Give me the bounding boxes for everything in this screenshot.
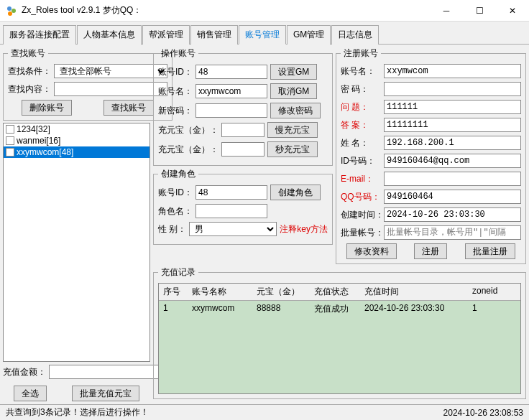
delete-account-button[interactable]: 删除账号 xyxy=(22,100,72,116)
fast-recharge-button[interactable]: 秒充元宝 xyxy=(267,141,318,157)
checkbox-icon[interactable] xyxy=(6,125,14,134)
search-cond-select[interactable]: 查找全部帐号 xyxy=(54,64,167,78)
reg-password-input[interactable] xyxy=(384,82,521,96)
recharge-amount-label: 充值金额： xyxy=(3,366,46,378)
batch-recharge-button[interactable]: 批量充值元宝 xyxy=(72,386,139,401)
op-id-input[interactable] xyxy=(196,65,267,79)
svg-point-2 xyxy=(8,11,12,16)
svg-point-0 xyxy=(7,6,12,11)
gold-fast-input[interactable] xyxy=(221,142,264,157)
close-button[interactable]: ✕ xyxy=(496,0,529,22)
search-cond-label: 查找条件： xyxy=(8,65,51,78)
cancel-gm-button[interactable]: 取消GM xyxy=(270,83,317,99)
reg-qq-input[interactable] xyxy=(384,190,521,204)
tab-guild[interactable]: 帮派管理 xyxy=(142,25,190,45)
reg-name-input[interactable] xyxy=(384,64,521,78)
svg-point-1 xyxy=(12,9,16,13)
tab-bar: 服务器连接配置 人物基本信息 帮派管理 销售管理 账号管理 GM管理 日志信息 xyxy=(0,22,529,45)
reg-email-input[interactable] xyxy=(384,172,521,186)
table-row[interactable]: 1xxymwcom88888充值成功2024-10-26 23:03:301 xyxy=(159,301,520,317)
titlebar: Zx_Roles tool v2.9.1 梦仿QQ： ─ ☐ ✕ xyxy=(0,0,529,22)
register-button[interactable]: 注册 xyxy=(414,243,447,259)
gold-slow-input[interactable] xyxy=(221,123,264,137)
account-list[interactable]: 1234[32] wanmei[16] xxymwcom[48] xyxy=(3,123,150,362)
search-content-label: 查找内容： xyxy=(8,83,51,95)
select-all-button[interactable]: 全选 xyxy=(14,386,47,401)
modify-password-button[interactable]: 修改密码 xyxy=(270,103,321,118)
maximize-button[interactable]: ☐ xyxy=(463,0,496,22)
status-bar: 共查询到3条记录！选择后进行操作！ 2024-10-26 23:08:53 xyxy=(0,404,529,420)
reg-answer-input[interactable] xyxy=(384,118,521,132)
sex-select[interactable]: 男 xyxy=(189,222,277,236)
modify-info-button[interactable]: 修改资料 xyxy=(346,243,397,259)
reg-idno-input[interactable] xyxy=(384,154,521,168)
operate-account-group: 操作账号 账号ID：设置GM 账号名：取消GM 新密码：修改密码 充元宝（金）：… xyxy=(153,47,333,166)
role-name-input[interactable] xyxy=(196,204,267,218)
recharge-table[interactable]: 序号账号名称元宝（金）充值状态充值时间zoneid 1xxymwcom88888… xyxy=(158,283,521,394)
list-item[interactable]: xxymwcom[48] xyxy=(4,146,150,158)
batch-register-button[interactable]: 批量注册 xyxy=(465,243,515,259)
checkbox-icon[interactable] xyxy=(6,148,14,157)
tab-log[interactable]: 日志信息 xyxy=(331,25,379,45)
status-text: 共查询到3条记录！选择后进行操作！ xyxy=(6,406,149,419)
list-item[interactable]: wanmei[16] xyxy=(4,135,150,146)
tab-server-config[interactable]: 服务器连接配置 xyxy=(3,25,76,45)
reg-time-input[interactable] xyxy=(384,207,521,222)
create-role-group: 创建角色 账号ID：创建角色 角色名： 性 别：男注释key方法 xyxy=(153,168,333,245)
reg-batch-input[interactable] xyxy=(384,225,521,240)
register-account-group: 注册账号 账号名： 密 码： 问 题： 答 案： 姓 名： ID号码： E-ma… xyxy=(336,47,526,264)
recharge-amount-input[interactable] xyxy=(49,365,162,379)
find-account-button[interactable]: 查找账号 xyxy=(104,100,154,116)
slow-recharge-button[interactable]: 慢充元宝 xyxy=(267,122,318,138)
key-note: 注释key方法 xyxy=(280,223,328,235)
search-content-input[interactable] xyxy=(54,82,167,96)
tab-account[interactable]: 账号管理 xyxy=(239,25,286,45)
table-header: 序号账号名称元宝（金）充值状态充值时间zoneid xyxy=(159,284,520,301)
window-title: Zx_Roles tool v2.9.1 梦仿QQ： xyxy=(22,4,430,17)
reg-question-input[interactable] xyxy=(384,100,521,114)
search-legend: 查找账号 xyxy=(8,47,48,60)
reg-realname-input[interactable] xyxy=(384,136,521,150)
minimize-button[interactable]: ─ xyxy=(430,0,463,22)
create-id-input[interactable] xyxy=(196,185,267,200)
recharge-log-group: 充值记录 序号账号名称元宝（金）充值状态充值时间zoneid 1xxymwcom… xyxy=(153,266,526,399)
search-group: 查找账号 查找条件： 查找全部帐号 查找内容： 删除账号 查找账号 xyxy=(3,47,172,121)
status-time: 2024-10-26 23:08:53 xyxy=(443,408,523,418)
tab-gm[interactable]: GM管理 xyxy=(287,25,331,45)
set-gm-button[interactable]: 设置GM xyxy=(270,64,317,80)
checkbox-icon[interactable] xyxy=(6,136,14,145)
app-icon xyxy=(6,5,17,17)
op-name-input[interactable] xyxy=(196,84,267,98)
tab-sales[interactable]: 销售管理 xyxy=(190,25,238,45)
tab-char-info[interactable]: 人物基本信息 xyxy=(77,25,142,45)
create-role-button[interactable]: 创建角色 xyxy=(270,185,321,200)
new-password-input[interactable] xyxy=(196,103,267,118)
list-item[interactable]: 1234[32] xyxy=(4,123,150,135)
